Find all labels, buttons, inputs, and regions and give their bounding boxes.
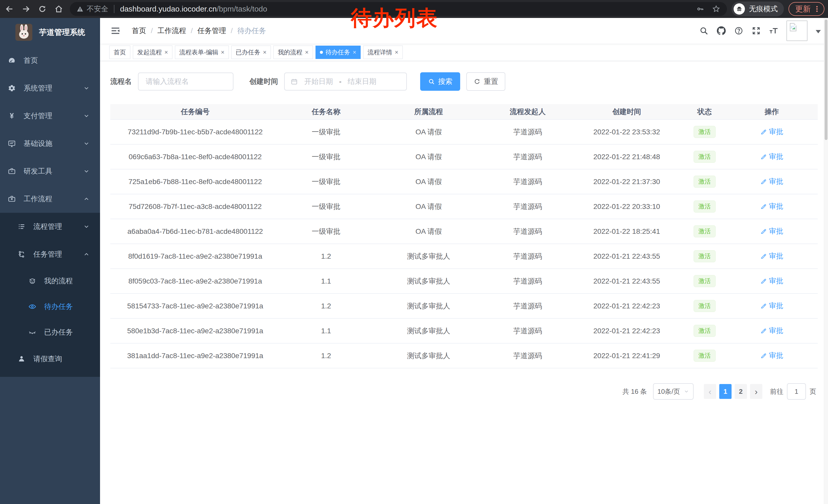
search-icon[interactable]	[699, 26, 708, 35]
cell-created: 2022-01-22 18:25:41	[570, 219, 683, 244]
sidebar-item-face[interactable]: 我的流程	[0, 268, 100, 294]
edit-pencil-icon	[760, 129, 767, 135]
scrollbar-thumb[interactable]	[825, 19, 827, 140]
forward-icon[interactable]	[19, 2, 33, 16]
home-icon[interactable]	[52, 2, 66, 16]
status-badge: 激活	[694, 250, 716, 262]
prev-page-button[interactable]: ‹	[704, 384, 716, 399]
approve-link[interactable]: 审批	[760, 301, 783, 311]
tab-close-icon[interactable]: ×	[395, 49, 398, 55]
approve-link[interactable]: 审批	[760, 201, 783, 211]
incognito-badge: 无痕模式	[732, 2, 784, 16]
sidebar-item-user[interactable]: 请假查询	[0, 345, 100, 373]
search-button[interactable]: 搜索	[420, 72, 460, 91]
fullscreen-icon[interactable]	[752, 26, 761, 35]
tab-close-icon[interactable]: ×	[263, 49, 266, 55]
tab-close-icon[interactable]: ×	[221, 49, 224, 55]
table-row: a6aba0a4-7b6d-11ec-b781-acde48001122 一级审…	[110, 219, 818, 244]
cell-starter: 芋道源码	[485, 269, 570, 293]
password-key-icon[interactable]	[696, 5, 704, 13]
page-button-2[interactable]: 2	[735, 384, 747, 399]
cell-task-id: 75d72608-7b7f-11ec-a3c8-acde48001122	[110, 194, 280, 219]
chevron-icon	[83, 140, 90, 147]
page-size-select[interactable]: 10条/页	[653, 383, 694, 400]
broken-image-icon	[788, 22, 798, 32]
tab-close-icon[interactable]: ×	[305, 49, 308, 55]
tab-4[interactable]: 已办任务 ×	[232, 46, 271, 59]
github-icon[interactable]	[717, 26, 726, 35]
cell-created: 2022-01-22 21:48:48	[570, 144, 683, 169]
reload-icon[interactable]	[35, 2, 49, 16]
sidebar-item-dashboard[interactable]: 首页	[0, 47, 100, 74]
table-row: 75d72608-7b7f-11ec-a3c8-acde48001122 一级审…	[110, 194, 818, 219]
sidebar-item-eye-closed[interactable]: 已办任务	[0, 319, 100, 345]
status-badge: 激活	[694, 126, 716, 138]
tab-5[interactable]: 我的流程 ×	[274, 46, 313, 59]
sidebar-item-briefcase[interactable]: 工作流程	[0, 185, 100, 213]
column-header: 任务编号	[110, 104, 280, 120]
cell-task-id: 381aa1dd-7ac8-11ec-a9e2-a2380e71991a	[110, 343, 280, 368]
sidebar-item-eye[interactable]: 待办任务	[0, 294, 100, 319]
briefcase-icon	[7, 195, 17, 203]
goto-page-input[interactable]	[787, 383, 806, 400]
approve-link[interactable]: 审批	[760, 177, 783, 186]
next-page-button[interactable]: ›	[750, 384, 762, 399]
range-separator: -	[339, 78, 341, 86]
edit-pencil-icon	[760, 327, 767, 334]
breadcrumb-item[interactable]: 任务管理	[198, 26, 226, 36]
scrollbar[interactable]	[824, 18, 828, 504]
sidebar-item-yen[interactable]: 支付管理	[0, 102, 100, 130]
sidebar-item-gear[interactable]: 系统管理	[0, 74, 100, 102]
security-label: 不安全	[87, 4, 108, 14]
tab-3[interactable]: 流程表单-编辑 ×	[175, 46, 229, 59]
date-range-picker[interactable]: 开始日期 - 结束日期	[284, 73, 407, 91]
breadcrumb-item[interactable]: 工作流程	[158, 26, 186, 36]
sidebar-item-monitor[interactable]: 基础设施	[0, 130, 100, 157]
font-size-icon[interactable]	[769, 26, 778, 35]
update-button[interactable]: 更新	[788, 2, 824, 16]
tab-6[interactable]: 待办任务 ×	[316, 46, 361, 59]
cell-starter: 芋道源码	[485, 169, 570, 194]
app-logo[interactable]: 芋道管理系统	[0, 18, 100, 47]
cell-task-id: 8f059c03-7ac8-11ec-a9e2-a2380e71991a	[110, 269, 280, 293]
page-button-1[interactable]: 1	[719, 384, 732, 399]
avatar[interactable]	[786, 20, 808, 41]
cell-task-id: 58154733-7ac8-11ec-a9e2-a2380e71991a	[110, 293, 280, 318]
cell-starter: 芋道源码	[485, 219, 570, 244]
approve-link[interactable]: 审批	[760, 351, 783, 360]
cell-task-id: 725a1eb6-7b88-11ec-8ef0-acde48001122	[110, 169, 280, 194]
tab-2[interactable]: 发起流程 ×	[133, 46, 172, 59]
cell-starter: 芋道源码	[485, 144, 570, 169]
search-icon	[428, 78, 435, 85]
cell-task-name: 一级审批	[280, 169, 372, 194]
approve-link[interactable]: 审批	[760, 152, 783, 162]
sidebar-menu: 首页 系统管理 支付管理 基础设施 研发工具 工作流程 流程管理 任务管理 我的…	[0, 47, 100, 377]
avatar-caret-icon[interactable]	[816, 30, 821, 36]
monitor-icon	[7, 139, 17, 148]
breadcrumb-item[interactable]: 首页	[132, 26, 146, 36]
approve-link[interactable]: 审批	[760, 127, 783, 137]
browser-menu-kebab-icon[interactable]	[813, 5, 821, 13]
approve-link[interactable]: 审批	[760, 326, 783, 335]
tab-close-icon[interactable]: ×	[164, 49, 168, 55]
sidebar-item-task-tree[interactable]: 任务管理	[0, 240, 100, 268]
tab-close-icon[interactable]: ×	[353, 49, 356, 55]
edit-pencil-icon	[760, 303, 767, 309]
cell-process: OA 请假	[372, 219, 485, 244]
process-name-input[interactable]	[138, 73, 234, 91]
tab-7[interactable]: 流程详情 ×	[363, 46, 403, 59]
cell-task-name: 1.1	[280, 318, 372, 343]
approve-link[interactable]: 审批	[760, 226, 783, 236]
approve-link[interactable]: 审批	[760, 251, 783, 261]
reset-button[interactable]: 重置	[466, 72, 505, 91]
search-form: 流程名 创建时间 开始日期 - 结束日期 搜索 重置	[110, 72, 818, 91]
bookmark-star-icon[interactable]	[712, 5, 720, 13]
approve-link[interactable]: 审批	[760, 276, 783, 286]
tab-1[interactable]: 首页	[109, 46, 130, 59]
hamburger-icon[interactable]	[110, 26, 121, 36]
sidebar-item-flow-list[interactable]: 流程管理	[0, 213, 100, 240]
help-icon[interactable]	[734, 26, 743, 35]
cell-starter: 芋道源码	[485, 244, 570, 269]
sidebar-item-toolbox[interactable]: 研发工具	[0, 157, 100, 185]
back-icon[interactable]	[3, 2, 16, 16]
